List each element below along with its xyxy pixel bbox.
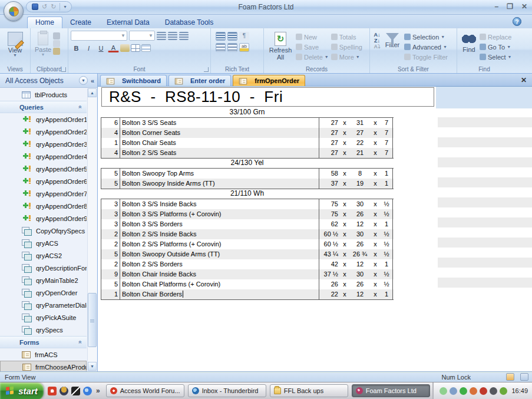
doc-tab-frmopenorder[interactable]: frmOpenOrder	[233, 75, 305, 86]
select-button[interactable]: Select▼	[478, 52, 513, 62]
description-cell[interactable]: Bolton 3 S/S Inside Backs	[120, 199, 319, 209]
alternate-fill-icon[interactable]	[141, 44, 151, 52]
close-form-icon[interactable]: ✕	[521, 76, 527, 84]
scroll-up-icon[interactable]: ▲	[88, 88, 97, 97]
nav-item-qryParameterDialogB[interactable]: qryParameterDialogB...	[0, 299, 87, 311]
increase-indent-icon[interactable]	[227, 32, 237, 41]
msn-icon[interactable]	[470, 387, 477, 395]
nav-item-qryOpenOrder[interactable]: qryOpenOrder	[0, 286, 87, 299]
dimensions-cell[interactable]: 27x31x7	[319, 118, 393, 128]
dimensions-cell[interactable]: 37x19x1	[319, 179, 393, 189]
minimize-button[interactable]: –	[494, 2, 498, 11]
volume-muted-icon[interactable]	[480, 387, 487, 395]
nav-group-queries[interactable]: Queries»	[0, 101, 87, 113]
qty-cell[interactable]: 2	[101, 229, 120, 239]
align-left-icon[interactable]	[157, 32, 166, 40]
table-row[interactable]: 4Bolton 2 S/S Seats27x21x7	[101, 148, 394, 158]
nav-scrollbar[interactable]: ▲ ▼	[87, 88, 97, 371]
quick-launch-overflow-icon[interactable]: »	[96, 387, 100, 395]
qty-cell[interactable]: 4	[101, 128, 120, 138]
nav-group-forms[interactable]: Forms»	[0, 336, 87, 348]
advanced-button[interactable]: Advanced▼	[403, 42, 449, 52]
find-button[interactable]: Find	[460, 31, 478, 65]
taskbar-button-inbox-thunderbird[interactable]: Inbox - Thunderbird	[188, 384, 266, 397]
nav-item-qryAppendOrder6[interactable]: qryAppendOrder6	[0, 175, 87, 187]
network-icon[interactable]	[460, 387, 467, 395]
start-button[interactable]: start	[0, 382, 44, 399]
nav-pane-menu-icon[interactable]: ▼	[79, 76, 88, 85]
table-row[interactable]: 2Bolton 2 S/S Inside Backs60 ½x30x½	[101, 229, 394, 239]
paragraph-marks-icon[interactable]: ¶	[239, 32, 249, 41]
undo-icon[interactable]: ↺	[42, 3, 47, 11]
nav-item-qryAppendOrder5[interactable]: qryAppendOrder5	[0, 163, 87, 175]
office-button[interactable]	[4, 1, 24, 21]
dimensions-cell[interactable]: 58x8x1	[319, 169, 393, 179]
collapse-group-icon[interactable]: »	[77, 105, 84, 109]
doc-tab-enter-order[interactable]: Enter order	[168, 75, 231, 86]
view-button[interactable]: View ▼	[2, 31, 28, 58]
nav-item-frmACS[interactable]: frmACS	[0, 348, 87, 361]
description-cell[interactable]: Bolton Swoopy Outside Arms (TT)	[120, 249, 319, 259]
save-icon[interactable]	[32, 4, 38, 10]
description-cell[interactable]: Bolton 3 S/S Platforms (+ Corovin)	[120, 209, 319, 219]
table-row[interactable]: 4Bolton Corner Seats27x27x7	[101, 128, 394, 138]
italic-button[interactable]: I	[83, 43, 94, 53]
qty-cell[interactable]: 5	[101, 279, 120, 289]
dimensions-cell[interactable]: 43 ¼x26 ¾x½	[319, 249, 393, 259]
description-cell[interactable]: Bolton Swoopy Inside Arms (TT)	[120, 179, 319, 189]
underline-button[interactable]: U	[95, 43, 107, 53]
table-row[interactable]: 9Bolton Chair Inside Backs37 ½x30x½	[101, 269, 394, 279]
dimensions-cell[interactable]: 27x21x7	[319, 148, 393, 158]
qty-cell[interactable]: 4	[101, 148, 120, 158]
nav-item-qryAppendOrder3[interactable]: qryAppendOrder3	[0, 138, 87, 150]
collapse-group-icon[interactable]: »	[77, 341, 84, 344]
doc-tab-switchboard[interactable]: Switchboard	[100, 75, 167, 86]
description-cell[interactable]: Bolton 2 S/S Platforms (+ Corovin)	[120, 239, 319, 249]
go-to-button[interactable]: Go To▼	[478, 42, 513, 52]
qty-cell[interactable]: 3	[101, 209, 120, 219]
table-row[interactable]: 2Bolton 2 S/S Platforms (+ Corovin)60 ½x…	[101, 239, 394, 249]
nav-item-tblProducts[interactable]: tblProducts	[0, 88, 87, 101]
bold-button[interactable]: B	[71, 43, 82, 53]
dimensions-cell[interactable]: 42x12x1	[319, 259, 393, 269]
filter-button[interactable]: Filter	[382, 31, 403, 65]
qty-cell[interactable]: 3	[101, 199, 120, 209]
nav-item-frmChooseAProductF[interactable]: frmChooseAProductF...	[0, 361, 87, 371]
ribbon-tab-database-tools[interactable]: Database Tools	[157, 17, 222, 28]
dimensions-cell[interactable]: 27x22x7	[319, 138, 393, 148]
order-title-field[interactable]: R&S - RS8-11-10 - Fri	[101, 87, 434, 107]
ribbon-tab-home[interactable]: Home	[27, 17, 62, 28]
dimensions-cell[interactable]: 27x27x7	[319, 128, 393, 138]
description-cell[interactable]: Bolton Chair Borders	[120, 289, 319, 299]
scrollbar-thumb[interactable]	[88, 293, 97, 347]
dimensions-cell[interactable]: 22x12x1	[319, 289, 393, 299]
dimensions-cell[interactable]: 60 ½x30x½	[319, 229, 393, 239]
nav-item-CopyOfqrySpecs[interactable]: CopyOfqrySpecs	[0, 225, 87, 237]
globe-icon[interactable]	[60, 387, 68, 395]
nav-pane-header[interactable]: All Access Objects ▼ «	[0, 74, 97, 88]
scroll-down-icon[interactable]: ▼	[88, 362, 97, 371]
dimensions-cell[interactable]: 75x26x½	[319, 209, 393, 219]
qty-cell[interactable]: 3	[101, 219, 120, 229]
gridlines-icon[interactable]	[131, 44, 140, 52]
description-cell[interactable]: Bolton 3 S/S Seats	[120, 118, 319, 128]
decrease-indent-icon[interactable]	[216, 32, 226, 41]
description-cell[interactable]: Bolton Chait Platforms (+ Corovin)	[120, 279, 319, 289]
table-row[interactable]: 5Bolton Swoopy Outside Arms (TT)43 ¼x26 …	[101, 249, 394, 259]
highlight-icon[interactable]: ab	[239, 43, 249, 52]
copy-icon[interactable]	[53, 40, 60, 47]
dimensions-cell[interactable]: 26x26x½	[319, 279, 393, 289]
dimensions-cell[interactable]: 62x12x1	[319, 219, 393, 229]
qty-cell[interactable]: 5	[101, 179, 120, 189]
font-name-combo[interactable]: ▼	[71, 31, 127, 41]
taskbar-button-access-world-foru-[interactable]: Access World Foru...	[106, 384, 184, 397]
nav-item-qryAppendOrder8[interactable]: qryAppendOrder8	[0, 200, 87, 212]
internet-explorer-icon[interactable]	[83, 387, 92, 395]
nav-item-qryPickASuite[interactable]: qryPickASuite	[0, 311, 87, 324]
dimensions-cell[interactable]: 37 ½x30x½	[319, 269, 393, 279]
cut-icon[interactable]	[53, 32, 60, 39]
qty-cell[interactable]: 5	[101, 169, 120, 179]
table-row[interactable]: 6Bolton 3 S/S Seats27x31x7	[101, 118, 394, 128]
dimensions-cell[interactable]: 60 ½x26x½	[319, 239, 393, 249]
description-cell[interactable]: Bolton 2 S/S Borders	[120, 259, 319, 269]
